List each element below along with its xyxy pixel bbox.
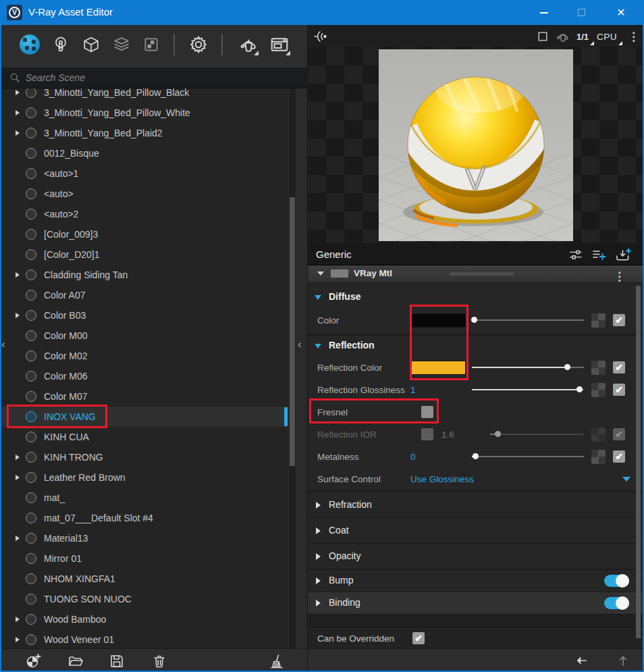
- geometries-tab[interactable]: [80, 33, 103, 56]
- property-value[interactable]: 1.6: [441, 429, 454, 439]
- toggle-binding[interactable]: [604, 597, 629, 609]
- expand-arrow-icon[interactable]: [16, 90, 20, 95]
- texture-map-button[interactable]: [591, 361, 606, 375]
- scene-item-3-minotti-yang-bed-pillow-black[interactable]: 3_Minotti_Yang_Bed_Pillow_Black: [1, 88, 288, 103]
- preview-menu-button[interactable]: ⋮: [628, 28, 639, 45]
- section-header-coat[interactable]: Coat: [308, 518, 644, 544]
- checkbox-can-be-overridden[interactable]: ✔: [412, 632, 425, 644]
- link-preview-button[interactable]: [313, 28, 329, 45]
- texture-map-button[interactable]: [591, 450, 606, 464]
- scene-item-nhom-xingfa1[interactable]: NHOM XINGFA1: [1, 569, 288, 589]
- layers-tab[interactable]: [110, 33, 133, 56]
- texture-map-button[interactable]: [591, 383, 606, 397]
- checkbox-reflection-glossiness[interactable]: ✔: [613, 384, 625, 396]
- scene-item-auto-1[interactable]: <auto>1: [1, 163, 288, 184]
- enable-checkbox[interactable]: [421, 428, 433, 440]
- scene-item-0012-bisque[interactable]: 0012_Bisque: [1, 143, 288, 163]
- settings-button[interactable]: [187, 33, 210, 56]
- scene-list-scrollbar[interactable]: [289, 88, 296, 672]
- property-value[interactable]: 1: [410, 384, 416, 394]
- expand-arrow-icon[interactable]: [16, 617, 20, 622]
- search-input[interactable]: [26, 72, 248, 83]
- scene-item-3-minotti-yang-bed-plaid2[interactable]: 3_Minotti_Yang_Bed_Plaid2: [1, 123, 288, 143]
- slider[interactable]: [472, 389, 584, 390]
- delete-asset-button[interactable]: [151, 652, 168, 670]
- scene-item-color-m06[interactable]: Color M06: [1, 366, 288, 386]
- checkbox-color[interactable]: ✔: [613, 314, 625, 326]
- import-layer-button[interactable]: [614, 247, 632, 263]
- slider[interactable]: [472, 319, 584, 321]
- purge-unused-button[interactable]: [268, 652, 286, 670]
- scene-item-inox-vang[interactable]: INOX VANG: [1, 407, 288, 427]
- minimize-button[interactable]: [529, 0, 560, 25]
- region-render-button[interactable]: [536, 28, 549, 45]
- scene-item-color-a07[interactable]: Color A07: [1, 285, 288, 305]
- slider-knob[interactable]: [473, 453, 479, 459]
- scene-item-mat[interactable]: mat_: [1, 488, 288, 508]
- checkbox-fresnel[interactable]: [421, 406, 433, 418]
- expand-arrow-icon[interactable]: [16, 272, 20, 278]
- textures-tab[interactable]: [140, 33, 163, 56]
- display-settings-button[interactable]: [567, 247, 585, 263]
- scene-item-tuong-son-nuoc[interactable]: TUONG SON NUOC: [1, 589, 288, 609]
- render-button[interactable]: [236, 33, 259, 56]
- scene-item-kinh-trong[interactable]: KINH TRONG: [1, 447, 288, 467]
- expand-arrow-icon[interactable]: [16, 475, 20, 480]
- expand-arrow-icon[interactable]: [16, 110, 20, 115]
- expand-arrow-icon[interactable]: [16, 536, 20, 541]
- chevron-down-icon[interactable]: [622, 477, 630, 482]
- open-file-button[interactable]: [67, 652, 84, 670]
- expanded-triangle-icon[interactable]: [317, 272, 324, 276]
- color-swatch[interactable]: [410, 361, 466, 375]
- scene-item-wood-bamboo[interactable]: Wood Bamboo: [1, 609, 288, 629]
- close-button[interactable]: ✕: [606, 0, 637, 25]
- checkbox-metalness[interactable]: ✔: [613, 450, 625, 463]
- expand-arrow-icon[interactable]: [16, 455, 20, 460]
- scene-item-color-d20-1[interactable]: [Color_D20]1: [1, 244, 288, 265]
- layer-slider[interactable]: [450, 272, 514, 276]
- texture-map-button[interactable]: [591, 313, 606, 328]
- scene-item-color-m07[interactable]: Color M07: [1, 386, 288, 407]
- section-header-binding[interactable]: Binding: [308, 592, 644, 614]
- scene-item-kinh-cua[interactable]: KINH CUA: [1, 427, 288, 447]
- expand-arrow-icon[interactable]: [16, 637, 20, 642]
- scene-item-wood-veneer-01[interactable]: Wood Veneer 01: [1, 629, 288, 650]
- property-value[interactable]: 0: [410, 451, 416, 461]
- slider-knob[interactable]: [471, 317, 477, 323]
- slider-knob[interactable]: [576, 386, 583, 392]
- texture-map-button[interactable]: [591, 428, 606, 442]
- slider-knob[interactable]: [495, 431, 501, 437]
- color-swatch[interactable]: [410, 313, 466, 328]
- toggle-bump[interactable]: [604, 575, 629, 587]
- scene-item-color-m00[interactable]: Color M00: [1, 326, 288, 346]
- up-button[interactable]: [615, 652, 631, 669]
- scene-item-cladding-siding-tan[interactable]: Cladding Siding Tan: [1, 265, 288, 285]
- scene-item-3-minotti-yang-bed-pillow-white[interactable]: 3_Minotti_Yang_Bed_Pillow_White: [1, 103, 288, 123]
- section-header-diffuse[interactable]: Diffuse: [308, 287, 644, 307]
- back-button[interactable]: [573, 652, 589, 669]
- scene-item-mirror-01[interactable]: Mirror 01: [1, 548, 288, 569]
- expand-arrow-icon[interactable]: [16, 313, 20, 318]
- scene-item-auto[interactable]: <auto>: [1, 184, 288, 204]
- scene-item-leather-red-brown[interactable]: Leather Red Brown: [1, 467, 288, 488]
- properties-scrollbar[interactable]: [636, 286, 641, 638]
- lights-tab[interactable]: [49, 33, 72, 56]
- slider[interactable]: [490, 434, 583, 435]
- scrollbar-thumb[interactable]: [290, 197, 295, 466]
- expand-arrow-icon[interactable]: [16, 130, 20, 136]
- scene-item-color-b03[interactable]: Color B03: [1, 305, 288, 326]
- section-header-refraction[interactable]: Refraction: [308, 492, 644, 518]
- collapse-outliner-chevron[interactable]: ‹: [1, 340, 5, 349]
- scene-item-material13[interactable]: Material13: [1, 528, 288, 548]
- add-asset-button[interactable]: [24, 652, 42, 670]
- maximize-button[interactable]: [566, 0, 597, 25]
- save-file-button[interactable]: [108, 652, 126, 670]
- checkbox-reflection-ior[interactable]: ✔: [613, 428, 625, 440]
- scene-item-color-009-3[interactable]: [Color_009]3: [1, 224, 288, 244]
- collapse-properties-chevron[interactable]: ‹: [298, 340, 302, 349]
- frames-selector[interactable]: 1/1: [576, 28, 589, 45]
- render-settings-button[interactable]: [268, 33, 291, 56]
- preview-render-button[interactable]: [555, 28, 570, 45]
- add-layer-button[interactable]: [590, 247, 608, 263]
- material-layer-row[interactable]: VRay Mtl ⋮: [308, 265, 644, 283]
